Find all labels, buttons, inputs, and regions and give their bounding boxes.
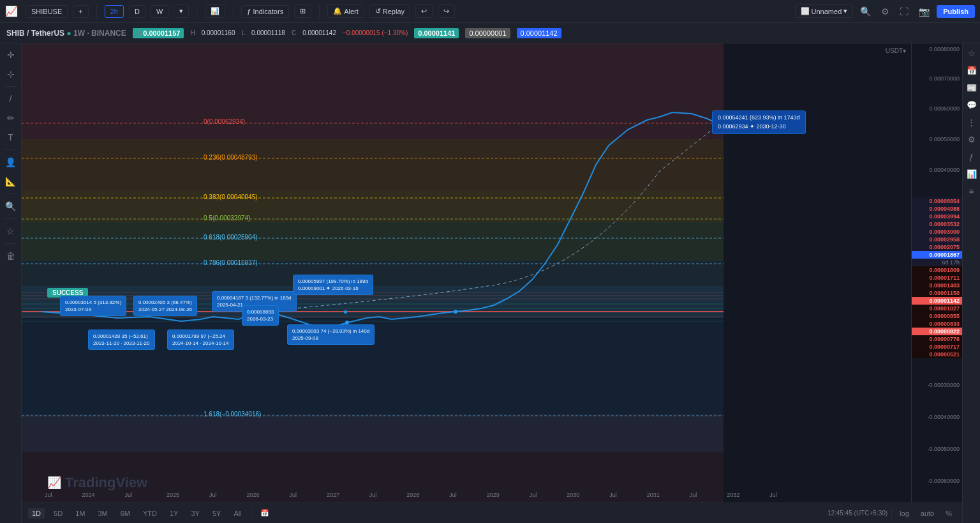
- auto-scale-button[interactable]: auto: [917, 508, 938, 519]
- news-rt-button[interactable]: 📰: [964, 80, 979, 95]
- interval-d-button[interactable]: D: [129, 5, 145, 18]
- chart-type-button[interactable]: 📊: [205, 4, 225, 18]
- time-2025: 2025: [167, 492, 179, 498]
- watchlist-rt-button[interactable]: ☆: [965, 46, 978, 61]
- zoom-tool[interactable]: 🔍: [1, 197, 20, 215]
- lt-sep3: [4, 193, 17, 194]
- topbar: 📈 SHIBUSE + 2h D W ▾ 📊 ƒ Indicators ⊞ 🔔 …: [0, 0, 980, 23]
- tf-3m-button[interactable]: 3M: [94, 508, 111, 519]
- replay-button[interactable]: ↺ Replay: [369, 4, 410, 18]
- tf-1m-button[interactable]: 1M: [71, 508, 89, 519]
- fib-0-label: 0(0.00062934): [204, 118, 245, 125]
- alert-button[interactable]: 🔔 Alert: [327, 4, 364, 18]
- sep3: [233, 5, 234, 18]
- chart-area[interactable]: USDT▾ 0(0.00062934) 0.236(0.00048793) 0.…: [22, 43, 911, 523]
- time-2027: 2027: [327, 492, 339, 498]
- interval-2h-button[interactable]: 2h: [105, 5, 124, 18]
- tf-5y-button[interactable]: 5Y: [209, 508, 225, 519]
- fullscreen-button[interactable]: ⛶: [896, 4, 912, 19]
- sep4: [319, 5, 320, 18]
- lines-rt-button[interactable]: ≡: [967, 184, 977, 199]
- pattern-tool[interactable]: 👤: [1, 153, 20, 171]
- bid-776: 0.00000776: [912, 335, 962, 343]
- watermark: 📈 TradingView: [47, 474, 147, 491]
- price-0004: 0.00040000: [929, 167, 960, 173]
- chat-rt-button[interactable]: 💬: [964, 98, 979, 112]
- price-neg6: -0.00060000: [927, 478, 960, 484]
- redo-button[interactable]: ↪: [438, 4, 455, 18]
- time-2024: 2024: [82, 492, 95, 498]
- undo-button[interactable]: ↩: [415, 4, 433, 18]
- main-area: ✛ ⊹ / ✏ T 👤 📐 🔍 ☆ 🗑: [0, 43, 980, 523]
- tv-logo[interactable]: 📈: [5, 5, 18, 17]
- ask-3000: 0.00003000: [912, 228, 962, 236]
- tf-3y-button[interactable]: 3Y: [187, 508, 203, 519]
- bid-1809: 0.00001809: [912, 266, 962, 274]
- interval-w-button[interactable]: W: [151, 5, 168, 18]
- dots-rt-button[interactable]: ⋮: [965, 115, 978, 130]
- log-scale-button[interactable]: log: [896, 508, 913, 519]
- screenshot-button[interactable]: 📷: [916, 4, 933, 19]
- crosshair-tool[interactable]: ⊹: [1, 65, 20, 83]
- lt-sep5: [4, 243, 17, 244]
- fib-382-label: 0.382(0.00040045): [204, 193, 258, 201]
- bid-521: 0.00000521: [912, 351, 962, 358]
- search-button[interactable]: 🔍: [857, 4, 874, 19]
- settings-rt-button[interactable]: ⚙: [965, 132, 978, 147]
- symbol-button[interactable]: SHIBUSE: [26, 5, 68, 18]
- annotation-la2: 0.00002406 3 (68.47%) 2024-05-27 2024-08…: [133, 296, 197, 316]
- interval-dropdown[interactable]: ▾: [174, 4, 189, 18]
- time-jul-2029: Jul: [530, 492, 537, 498]
- trash-tool[interactable]: 🗑: [1, 247, 20, 265]
- add-symbol-button[interactable]: +: [73, 5, 88, 18]
- tf-1y-button[interactable]: 1Y: [166, 508, 182, 519]
- measure-tool[interactable]: 📐: [1, 172, 20, 190]
- svg-point-25: [454, 310, 457, 314]
- bid-717: 0.00000717: [912, 343, 962, 351]
- sep2: [197, 5, 197, 18]
- bottombar: 1D 5D 1M 3M 6M YTD 1Y 3Y 5Y All 📅 12:45:…: [22, 503, 962, 523]
- fib-5-label: 0.5(0.00032974): [204, 215, 250, 222]
- open-price-box: O 0.00001157: [133, 28, 184, 38]
- time-axis: Jul 2024 Jul 2025 Jul 2026 Jul 2027 Jul …: [22, 487, 911, 503]
- price-0006: 0.00060000: [929, 105, 960, 112]
- annotation-mid1: 0.00005997 (199.70%) in 189d 0.00009001 …: [293, 275, 373, 295]
- tf-1d-button[interactable]: 1D: [28, 508, 45, 519]
- ref-price-box: 0.00001141: [414, 28, 459, 38]
- time-2029: 2029: [487, 492, 500, 498]
- indicators-button[interactable]: ƒ Indicators: [241, 5, 289, 18]
- annotation-la3: 0.00001428 35 (−52.61) 2023-11-20 · 2023…: [88, 330, 155, 350]
- histogram-rt-button[interactable]: 📊: [964, 167, 979, 181]
- tf-5d-button[interactable]: 5D: [50, 508, 66, 519]
- indicator-rt-button[interactable]: ƒ: [967, 149, 976, 164]
- text-tool[interactable]: T: [1, 128, 20, 146]
- tf-all-button[interactable]: All: [230, 508, 245, 519]
- pen-tool[interactable]: ✏: [1, 109, 20, 127]
- tf-ytd-button[interactable]: YTD: [139, 508, 161, 519]
- trend-line-tool[interactable]: /: [1, 90, 20, 108]
- price-0007: 0.00070000: [929, 75, 960, 82]
- bid-833: 0.00000833: [912, 320, 962, 328]
- svg-rect-3: [22, 222, 724, 261]
- time-jul-2028: Jul: [449, 492, 457, 498]
- settings-button[interactable]: ⚙: [878, 4, 893, 19]
- events-button[interactable]: 📅: [256, 508, 273, 519]
- time-jul-2023: Jul: [45, 492, 52, 498]
- fib-1618-label: 1.618(−0.00034016): [204, 411, 261, 418]
- right-toolbar: ☆ 📅 📰 💬 ⋮ ⚙ ƒ 📊 ≡: [962, 43, 980, 523]
- dot2: [344, 310, 347, 314]
- cursor-tool[interactable]: ✛: [1, 46, 20, 64]
- high-label: H: [190, 29, 195, 36]
- tf-6m-button[interactable]: 6M: [117, 508, 134, 519]
- layout-icon: ⬜: [801, 7, 810, 15]
- price-neg3: -0.00030000: [927, 382, 960, 388]
- chevron-down-icon: ▾: [843, 7, 847, 15]
- publish-button[interactable]: Publish: [937, 5, 975, 18]
- percent-scale-button[interactable]: %: [942, 508, 956, 519]
- templates-button[interactable]: ⊞: [294, 4, 311, 18]
- ask-2075: 0.00002075: [912, 243, 962, 251]
- calendar-rt-button[interactable]: 📅: [964, 63, 979, 78]
- watchlist-tool[interactable]: ☆: [1, 222, 20, 240]
- unnamed-button[interactable]: ⬜ Unnamed ▾: [795, 4, 854, 18]
- currency-label: USDT▾: [886, 47, 906, 54]
